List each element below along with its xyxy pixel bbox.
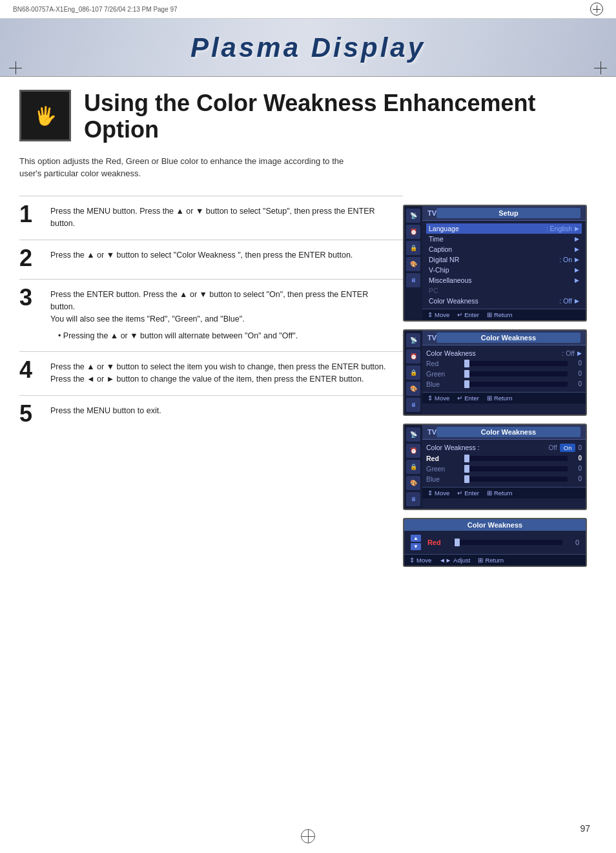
screen-setup: 📡 ⏰ 🔒 🎨 🖥 TV Setup Language : English [403,205,587,322]
menu-pc: PC [426,285,582,296]
page-number: 97 [580,823,590,834]
tv-header-2: TV Color Weakness [422,331,586,345]
menu-language: Language : English ▶ [426,223,582,234]
tv-footer-1: ⇕Move ↵Enter ⊞Return [422,309,586,320]
setup-title: Setup [436,208,580,218]
screen-cw-off: 📡 ⏰ 🔒 🎨 🖥 TV Color Weakness Color Weakne… [403,329,587,416]
menu-time: Time ▶ [426,234,582,244]
page-title: Using the Color Weakness Enhancement Opt… [84,90,597,143]
header-banner: Plasma Display [0,19,616,77]
s4-header: Color Weakness [404,519,586,531]
tv-icons-col-2: 📡 ⏰ 🔒 🎨 🖥 [404,331,422,415]
s4-footer-return: ⊞Return [478,557,504,564]
print-metadata: BN68-00757A-X1Eng_086-107 7/26/04 2:13 P… [0,0,616,19]
footer-enter-2: ↵Enter [457,395,479,402]
step-1-text: Press the MENU button. Press the ▲ or ▼ … [50,205,386,231]
tv-icon-3: 🔒 [406,241,420,255]
step-3-number: 3 [19,286,40,309]
tv-icon-2: ⏰ [406,225,420,239]
tv-content-1: TV Setup Language : English ▶ Time ▶ [422,206,586,320]
tv-label-2: TV [427,334,436,342]
tv-icons-col-1: 📡 ⏰ 🔒 🎨 🖥 [404,206,422,320]
step-3-text: Press the ENTER button. Press the ▲ or ▼… [50,289,386,343]
footer-return-3: ⊞Return [487,489,513,497]
screen-red-adjust: Color Weakness ▲ ▼ Red 0 ⇕Move ◄►Adjust … [403,518,587,567]
cw-red-3: Red 0 [426,453,582,464]
bottom-crosshair [301,829,315,843]
tv-icon-5: 🖥 [406,273,420,287]
menu-digital-nr: Digital NR : On ▶ [426,254,582,265]
step-2-number: 2 [19,247,40,270]
tv-label-1: TV [427,209,436,217]
subtitle-text: This option adjusts the Red, Green or Bl… [19,155,355,180]
tv-icon-2-4: 🎨 [406,382,420,396]
s4-footer-move: ⇕Move [409,557,431,564]
step-5-text: Press the MENU button to exit. [50,405,386,417]
s4-bar-handle [455,539,460,546]
tv-header-1: TV Setup [422,206,586,221]
tv-icons-col-3: 📡 ⏰ 🔒 🎨 🖥 [404,425,422,509]
s4-down-btn[interactable]: ▼ [411,543,421,550]
main-content: 🖐 Using the Color Weakness Enhancement O… [0,77,616,580]
tv-body-1: Language : English ▶ Time ▶ Caption ▶ [422,221,586,309]
footer-return-1: ⊞Return [487,311,513,318]
tv-footer-3: ⇕Move ↵Enter ⊞Return [422,487,586,498]
tv-icon-2-5: 🖥 [406,398,420,412]
cw-red-2: Red 0 [426,358,582,369]
cw-title-3: Color Weakness [436,427,580,437]
cw-header-row-2: Color Weakness : Off ▶ [426,348,582,358]
screen-cw-on: 📡 ⏰ 🔒 🎨 🖥 TV Color Weakness Color Weakne… [403,424,587,510]
step-1-number: 1 [19,203,40,226]
tv-icon-1: 📡 [406,209,420,223]
plasma-display-title: Plasma Display [190,32,426,63]
tv-content-3: TV Color Weakness Color Weakness : Off O… [422,425,586,509]
s4-red-label: Red [427,539,447,546]
tv-footer-2: ⇕Move ↵Enter ⊞Return [422,392,586,404]
steps-left: 1 Press the MENU button. Press the ▲ or … [19,196,403,567]
tv-body-3: Color Weakness : Off On 0 Red 0 Green [422,440,586,487]
footer-enter-3: ↵Enter [457,489,479,497]
crosshair-mark [590,3,603,15]
s4-footer-adjust: ◄►Adjust [439,557,470,564]
cw-green-3: Green 0 [426,464,582,474]
print-info: BN68-00757A-X1Eng_086-107 7/26/04 2:13 P… [13,6,178,13]
tv-icon-2-1: 📡 [406,333,420,347]
cw-title-2: Color Weakness [436,333,580,343]
cw-blue-3: Blue 0 [426,474,582,484]
step-1-row: 1 Press the MENU button. Press the ▲ or … [19,196,403,240]
step-4-row: 4 Press the ▲ or ▼ button to select the … [19,351,403,395]
s4-nav: ▲ ▼ [411,535,421,550]
title-section: 🖐 Using the Color Weakness Enhancement O… [19,90,597,143]
step-5-number: 5 [19,402,40,426]
bottom-crosshair-inner [301,829,315,843]
tv-header-3: TV Color Weakness [422,425,586,440]
tv-label-3: TV [427,428,436,436]
tv-content-2: TV Color Weakness Color Weakness : Off ▶… [422,331,586,415]
tv-icon-3-1: 📡 [406,427,420,442]
section-icon: 🖐 [19,90,71,141]
step-3-row: 3 Press the ENTER button. Press the ▲ or… [19,279,403,352]
menu-misc: Miscellaneous ▶ [426,275,582,285]
footer-move-1: ⇕Move [427,311,449,318]
cw-green-2: Green 0 [426,369,582,379]
s4-body: ▲ ▼ Red 0 [404,531,586,554]
footer-move-2: ⇕Move [427,395,449,402]
s4-value: 0 [569,539,579,546]
step-2-text: Press the ▲ or ▼ button to select "Color… [50,249,386,262]
footer-return-2: ⊞Return [487,395,513,402]
tv-icon-3-2: ⏰ [406,444,420,458]
cw-header-row-3: Color Weakness : Off On 0 [426,442,582,453]
step-4-number: 4 [19,358,40,382]
s4-up-btn[interactable]: ▲ [411,535,421,542]
tv-icon-2-3: 🔒 [406,365,420,380]
tv-icon-2-2: ⏰ [406,349,420,364]
s4-footer: ⇕Move ◄►Adjust ⊞Return [404,554,586,566]
s4-bar [453,540,562,545]
tv-icon-3-4: 🎨 [406,476,420,490]
menu-caption: Caption ▶ [426,244,582,254]
footer-move-3: ⇕Move [427,489,449,497]
step-2-row: 2 Press the ▲ or ▼ button to select "Col… [19,240,403,279]
tv-icon-3-3: 🔒 [406,460,420,474]
tv-icon-3-5: 🖥 [406,492,420,506]
steps-columns: 1 Press the MENU button. Press the ▲ or … [19,196,597,567]
